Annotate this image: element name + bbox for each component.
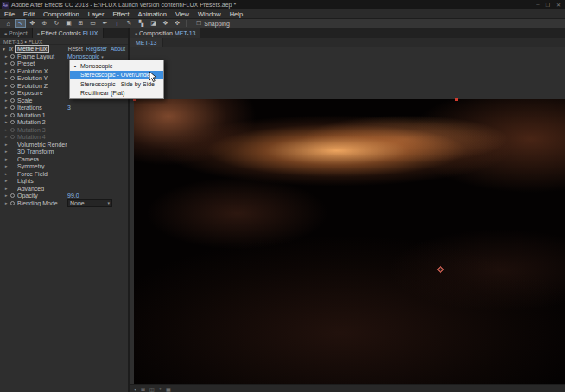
menu-item[interactable]: Help — [225, 10, 247, 18]
clone-stamp-tool-icon[interactable]: ▚ — [136, 19, 147, 28]
composition-viewer[interactable] — [130, 47, 565, 384]
composition-frame[interactable] — [134, 99, 565, 384]
puppet-tool-icon[interactable]: ✜ — [172, 19, 183, 28]
effect-property-row[interactable]: ► Opacity 99.0 — [0, 193, 128, 200]
twirl-closed-icon[interactable]: ► — [4, 157, 10, 161]
layer-handle-top-right[interactable] — [455, 98, 458, 101]
twirl-closed-icon[interactable]: ► — [4, 187, 10, 191]
property-value[interactable]: Monoscopic — [67, 54, 104, 60]
twirl-closed-icon[interactable]: ► — [4, 172, 10, 176]
orbit-camera-tool-icon[interactable]: ↻ — [51, 19, 62, 28]
stopwatch-icon[interactable] — [10, 135, 15, 139]
twirl-closed-icon[interactable]: ► — [4, 98, 10, 103]
fx-badge-icon[interactable]: fx — [9, 46, 13, 52]
menu-item[interactable]: Composition — [39, 10, 84, 18]
twirl-closed-icon[interactable]: ► — [4, 113, 10, 117]
close-icon[interactable]: ✕ — [556, 2, 561, 8]
register-link[interactable]: Register — [86, 46, 107, 52]
menu-item[interactable]: Effect — [108, 10, 133, 18]
property-value[interactable]: 99.0 — [67, 193, 79, 199]
effect-property-row[interactable]: ► Mutation 2 — [0, 119, 128, 127]
effect-property-row[interactable]: ► Camera — [0, 155, 128, 163]
stopwatch-icon[interactable] — [10, 128, 15, 132]
hand-tool-icon[interactable]: ✥ — [27, 19, 38, 28]
brush-tool-icon[interactable]: ✎ — [124, 19, 135, 28]
stopwatch-icon[interactable] — [10, 54, 15, 59]
dropdown-option[interactable]: • Rectilinear (Flat) — [70, 89, 163, 98]
effect-property-row[interactable]: ► Volumetric Rendering — [0, 141, 128, 149]
maximize-icon[interactable]: ❐ — [546, 2, 550, 8]
effect-property-row[interactable]: ► Blending Mode None — [0, 199, 128, 207]
dropdown-option[interactable]: • Monoscopic — [70, 61, 163, 71]
twirl-closed-icon[interactable]: ► — [4, 61, 10, 66]
roto-brush-tool-icon[interactable]: ❖ — [160, 19, 171, 28]
stopwatch-icon[interactable] — [10, 193, 15, 198]
effect-property-row[interactable]: ► Mutation 1 — [0, 111, 128, 119]
twirl-closed-icon[interactable]: ► — [4, 91, 10, 95]
menu-item[interactable]: Window — [194, 10, 225, 18]
effect-property-row[interactable]: ► Advanced — [0, 185, 128, 193]
type-tool-icon[interactable]: T — [111, 19, 123, 28]
stopwatch-icon[interactable] — [10, 201, 15, 205]
twirl-closed-icon[interactable]: ► — [4, 164, 10, 168]
effect-property-row[interactable]: ► Lights — [0, 178, 128, 186]
twirl-closed-icon[interactable]: ► — [4, 128, 10, 132]
menu-item[interactable]: Edit — [19, 10, 39, 18]
pan-behind-tool-icon[interactable]: ⊞ — [75, 19, 86, 28]
stopwatch-icon[interactable] — [10, 120, 15, 124]
twirl-closed-icon[interactable]: ► — [4, 76, 10, 80]
stopwatch-icon[interactable] — [10, 105, 15, 110]
snapping-toggle[interactable]: ☐ Snapping — [196, 20, 230, 27]
property-value[interactable]: None — [67, 199, 112, 207]
about-link[interactable]: About — [111, 46, 125, 52]
effect-header-row[interactable]: ▼ fx Mettle Flux Reset Register About — [0, 45, 128, 53]
tab-effect-controls[interactable]: ■ Effect Controls FLUX — [33, 28, 104, 38]
home-tool-icon[interactable]: ⌂ — [3, 19, 14, 28]
effect-property-row[interactable]: ► Force Field — [0, 170, 128, 178]
tab-composition[interactable]: ■ Composition MET-13 — [130, 28, 200, 38]
effect-property-row[interactable]: ► Iterations 3 — [0, 104, 128, 112]
property-value[interactable]: 3 — [67, 104, 71, 111]
grid-guides-icon[interactable]: ⊞ — [141, 386, 145, 392]
twirl-closed-icon[interactable]: ► — [4, 201, 10, 205]
stopwatch-icon[interactable] — [10, 98, 15, 103]
menu-item[interactable]: File — [0, 10, 19, 18]
twirl-closed-icon[interactable]: ► — [4, 149, 10, 154]
menu-item[interactable]: View — [171, 10, 194, 18]
stopwatch-icon[interactable] — [10, 113, 15, 117]
twirl-closed-icon[interactable]: ► — [4, 84, 10, 88]
effect-name[interactable]: Mettle Flux — [15, 45, 49, 53]
menu-item[interactable]: Animation — [134, 10, 171, 18]
twirl-closed-icon[interactable]: ► — [4, 54, 10, 59]
reset-link[interactable]: Reset — [68, 46, 83, 52]
minimize-icon[interactable]: – — [536, 2, 539, 8]
stopwatch-icon[interactable] — [10, 84, 15, 88]
twirl-closed-icon[interactable]: ► — [4, 179, 10, 183]
twirl-closed-icon[interactable]: ► — [4, 120, 10, 124]
mask-visibility-icon[interactable]: ◫ — [149, 386, 155, 392]
twirl-closed-icon[interactable]: ► — [4, 69, 10, 73]
tab-project[interactable]: ■ Project — [0, 28, 33, 38]
stopwatch-icon[interactable] — [10, 76, 15, 80]
twirl-closed-icon[interactable]: ► — [4, 105, 10, 110]
shape-tool-icon[interactable]: ▭ — [87, 19, 98, 28]
selection-tool-icon[interactable]: ↖ — [15, 19, 26, 28]
stopwatch-icon[interactable] — [10, 69, 15, 73]
effect-property-row[interactable]: ► Symmetry — [0, 163, 128, 171]
anchor-point-handle[interactable] — [437, 266, 444, 273]
twirl-closed-icon[interactable]: ► — [4, 193, 10, 198]
region-of-interest-icon[interactable]: ⌖ — [159, 386, 162, 392]
stopwatch-icon[interactable] — [10, 61, 15, 66]
zoom-menu-icon[interactable]: ▾ — [134, 386, 136, 392]
twirl-open-icon[interactable]: ▼ — [2, 47, 7, 52]
camera-tool-icon[interactable]: ▣ — [63, 19, 74, 28]
effect-property-row[interactable]: ► Mutation 4 — [0, 134, 128, 142]
zoom-tool-icon[interactable]: ⊕ — [39, 19, 50, 28]
effect-property-row[interactable]: ► 3D Transform — [0, 149, 128, 156]
viewer-tab-met13[interactable]: MET-13 — [130, 38, 163, 47]
transparency-grid-icon[interactable]: ▦ — [166, 386, 171, 392]
twirl-closed-icon[interactable]: ► — [4, 135, 10, 139]
stopwatch-icon[interactable] — [10, 91, 15, 95]
twirl-closed-icon[interactable]: ► — [4, 142, 10, 147]
pen-tool-icon[interactable]: ✒ — [99, 19, 111, 28]
